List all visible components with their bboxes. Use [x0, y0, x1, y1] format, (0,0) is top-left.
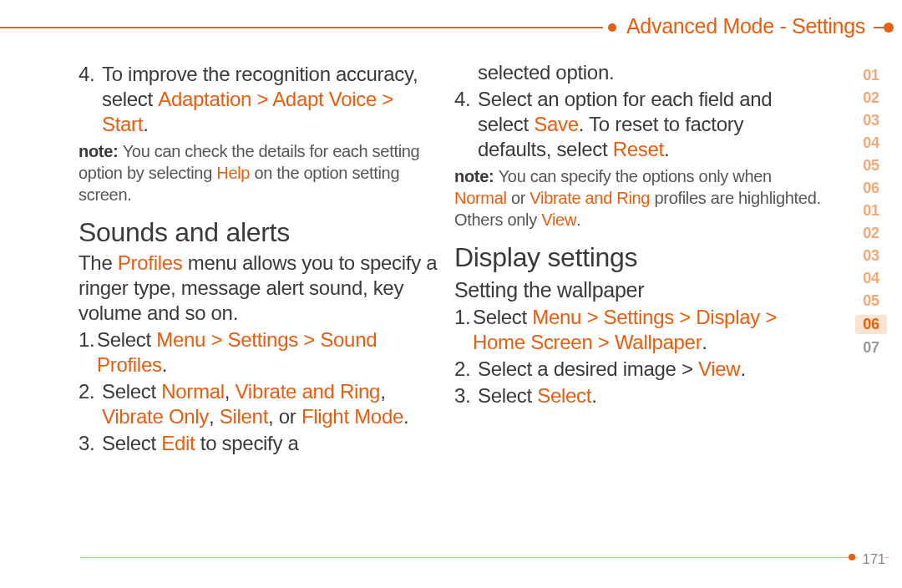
step-number: 2. [79, 379, 102, 429]
step-text: Select Menu > Settings > Sound Profiles. [97, 327, 441, 378]
heading-sounds-alerts: Sounds and alerts [79, 215, 441, 249]
display-step-3: 3. Select Select. [454, 383, 822, 408]
step-text: Select Edit to specify a [102, 431, 441, 456]
tab-item[interactable]: 03 [855, 112, 887, 129]
step-number: 3. [79, 431, 102, 456]
step-text: Select an option for each field and sele… [478, 87, 822, 162]
page-number: 171 [858, 551, 885, 568]
tab-item[interactable]: 01 [855, 67, 887, 84]
section-header-text: Advanced Mode - Settings [626, 14, 865, 38]
sounds-step-1: 1. Select Menu > Settings > Sound Profil… [79, 327, 441, 378]
step-number: 2. [454, 357, 478, 382]
step-number: 4. [79, 62, 102, 137]
tab-item[interactable]: 04 [855, 134, 887, 152]
sounds-step-2: 2. Select Normal, Vibrate and Ring, Vibr… [79, 379, 441, 429]
step-number: 3. [454, 383, 478, 408]
step-text: selected option. [478, 60, 822, 85]
sounds-intro: The Profiles menu allows you to specify … [79, 251, 441, 326]
sounds-step-3-cont: selected option. [454, 60, 822, 85]
section-header: Advanced Mode - Settings [603, 14, 874, 38]
step-text: Select Normal, Vibrate and Ring, Vibrate… [102, 379, 441, 429]
step-number: 1. [454, 305, 473, 355]
heading-display-settings: Display settings [454, 241, 822, 274]
step-text: To improve the recognition accuracy, sel… [102, 62, 441, 137]
tab-item[interactable]: 01 [855, 202, 887, 220]
tab-item-active[interactable]: 06 [855, 315, 887, 334]
tab-item[interactable]: 05 [855, 157, 887, 175]
tab-item[interactable]: 04 [855, 270, 887, 287]
step-number: 1. [79, 327, 97, 378]
sounds-note: note: You can specify the options only w… [454, 165, 822, 231]
tab-item[interactable]: 03 [855, 247, 887, 265]
footer-rule [80, 557, 889, 558]
voice-note: note: You can check the details for each… [79, 140, 441, 205]
step-text: Select Select. [478, 383, 822, 408]
bullet-icon [849, 554, 855, 560]
bullet-icon [608, 23, 616, 32]
voice-step-4: 4. To improve the recognition accuracy, … [79, 62, 441, 137]
step-number: 4. [454, 87, 478, 162]
subheading-wallpaper: Setting the wallpaper [454, 277, 822, 303]
chapter-tabs: 01 02 03 04 05 06 01 02 03 04 05 06 07 [855, 67, 887, 357]
sounds-step-3: 3. Select Edit to specify a [79, 431, 441, 456]
step-text: Select a desired image > View. [478, 357, 822, 382]
display-step-2: 2. Select a desired image > View. [454, 357, 822, 382]
tab-item[interactable]: 05 [855, 292, 887, 310]
tab-item[interactable]: 02 [855, 225, 887, 242]
column-right: selected option. 4. Select an option for… [454, 60, 822, 456]
sounds-step-4: 4. Select an option for each field and s… [454, 87, 822, 162]
step-text: Select Menu > Settings > Display > Home … [473, 305, 822, 355]
tab-item[interactable]: 07 [855, 339, 887, 357]
content-columns: 4. To improve the recognition accuracy, … [79, 60, 822, 456]
column-left: 4. To improve the recognition accuracy, … [79, 60, 441, 456]
tab-item[interactable]: 02 [855, 89, 887, 107]
tab-item[interactable]: 06 [855, 180, 887, 197]
display-step-1: 1. Select Menu > Settings > Display > Ho… [454, 305, 822, 355]
